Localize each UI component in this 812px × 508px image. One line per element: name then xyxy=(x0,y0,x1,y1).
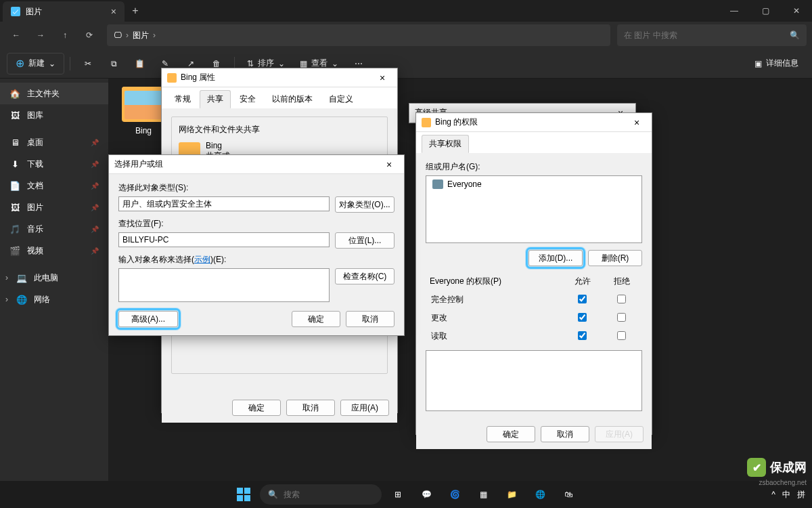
cancel-button[interactable]: 取消 xyxy=(286,400,335,416)
sidebar-item-music[interactable]: 🎵音乐📌 xyxy=(0,218,108,240)
svg-rect-3 xyxy=(244,495,250,501)
tab-sharing[interactable]: 共享 xyxy=(200,90,231,108)
share-name: Bing xyxy=(206,141,230,150)
users-listbox[interactable]: Everyone xyxy=(426,175,642,243)
cancel-button[interactable]: 取消 xyxy=(346,311,394,327)
paste-button[interactable]: 📋 xyxy=(127,53,152,75)
sidebar-item-pictures[interactable]: 🖼图片📌 xyxy=(0,196,108,218)
pin-icon: 📌 xyxy=(91,139,99,146)
system-tray[interactable]: ^ 中 拼 xyxy=(771,489,805,501)
start-button[interactable] xyxy=(231,482,256,507)
chevron-right-icon: › xyxy=(153,30,156,40)
pin-icon: 📌 xyxy=(91,247,99,255)
read-deny-checkbox[interactable] xyxy=(617,331,626,340)
tab-share-permissions[interactable]: 共享权限 xyxy=(422,135,469,153)
apply-button[interactable]: 应用(A) xyxy=(340,400,389,416)
sidebar-item-gallery[interactable]: 🖼图库 xyxy=(0,104,108,126)
chevron-down-icon: ⌄ xyxy=(49,59,55,68)
permissions-listbox[interactable] xyxy=(426,350,642,411)
copy-button[interactable]: ⧉ xyxy=(102,53,126,75)
taskbar-search[interactable]: 🔍 xyxy=(260,484,382,505)
taskbar-app[interactable]: 🌀 xyxy=(443,482,467,507)
task-view-button[interactable]: ⊞ xyxy=(386,482,410,507)
sidebar-item-desktop[interactable]: 🖥桌面📌 xyxy=(0,131,108,153)
object-type-label: 选择此对象类型(S): xyxy=(118,182,394,194)
close-tab-icon[interactable]: × xyxy=(111,6,116,17)
sidebar-item-this-pc[interactable]: ›💻此电脑 xyxy=(0,267,108,289)
details-pane-button[interactable]: ▣ 详细信息 xyxy=(748,53,805,75)
tray-chevron-icon[interactable]: ^ xyxy=(771,490,775,499)
sidebar-item-documents[interactable]: 📄文档📌 xyxy=(0,175,108,196)
new-tab-button[interactable]: + xyxy=(125,0,146,22)
sidebar-item-home[interactable]: 🏠主文件夹 xyxy=(0,83,108,104)
tab-custom[interactable]: 自定义 xyxy=(321,90,361,108)
example-link[interactable]: 示例 xyxy=(194,255,210,264)
sidebar-item-network[interactable]: ›🌐网络 xyxy=(0,289,108,310)
change-allow-checkbox[interactable] xyxy=(578,313,587,322)
tab-title: 图片 xyxy=(26,6,42,18)
forward-button[interactable]: → xyxy=(30,24,51,46)
cut-button[interactable]: ✂ xyxy=(76,53,100,75)
permissions-tabs: 共享权限 xyxy=(416,132,652,153)
dialog-titlebar[interactable]: 选择用户或组 × xyxy=(109,155,404,174)
refresh-button[interactable]: ⟳ xyxy=(78,24,100,46)
advanced-button[interactable]: 高级(A)... xyxy=(118,311,178,327)
address-bar[interactable]: 🖵 › 图片 › xyxy=(107,24,610,46)
ok-button[interactable]: 确定 xyxy=(487,426,535,442)
search-input[interactable] xyxy=(624,30,784,40)
read-allow-checkbox[interactable] xyxy=(578,331,587,340)
sidebar-item-downloads[interactable]: ⬇下载📌 xyxy=(0,153,108,175)
taskbar-explorer[interactable]: 📁 xyxy=(499,482,524,507)
location-field xyxy=(118,232,330,247)
new-button[interactable]: ⊕新建⌄ xyxy=(7,53,64,75)
ime-mode[interactable]: 拼 xyxy=(797,489,805,501)
taskbar-search-input[interactable] xyxy=(284,490,385,499)
label: 文档 xyxy=(27,180,43,192)
tab-previous[interactable]: 以前的版本 xyxy=(265,90,320,108)
object-names-textarea[interactable] xyxy=(118,268,330,302)
change-deny-checkbox[interactable] xyxy=(617,313,626,322)
pin-icon: 📌 xyxy=(91,182,99,190)
taskbar-app[interactable]: 💬 xyxy=(414,482,438,507)
minimize-button[interactable]: — xyxy=(719,0,750,22)
full-deny-checkbox[interactable] xyxy=(617,295,626,303)
label: 视频 xyxy=(27,245,43,257)
dialog-titlebar[interactable]: Bing 的权限 × xyxy=(416,113,652,132)
up-button[interactable]: ↑ xyxy=(54,24,76,46)
select-users-dialog: 选择用户或组 × 选择此对象类型(S): 对象类型(O)... 查找位置(F):… xyxy=(108,154,405,336)
locations-button[interactable]: 位置(L)... xyxy=(335,232,394,249)
window-tab[interactable]: 图片 × xyxy=(3,1,125,22)
full-allow-checkbox[interactable] xyxy=(578,295,587,303)
search-box[interactable]: 🔍 xyxy=(617,24,807,46)
check-names-button[interactable]: 检查名称(C) xyxy=(335,268,394,284)
sidebar-item-videos[interactable]: 🎬视频📌 xyxy=(0,240,108,261)
close-icon[interactable]: × xyxy=(627,117,646,128)
taskbar-store[interactable]: 🛍 xyxy=(556,482,581,507)
taskbar-edge[interactable]: 🌐 xyxy=(528,482,552,507)
pictures-icon: 🖼 xyxy=(9,202,20,213)
apply-button[interactable]: 应用(A) xyxy=(595,426,644,442)
tab-general[interactable]: 常规 xyxy=(167,90,198,108)
new-label: 新建 xyxy=(28,58,45,69)
ok-button[interactable]: 确定 xyxy=(232,400,281,416)
cancel-button[interactable]: 取消 xyxy=(541,426,589,442)
dialog-titlebar[interactable]: Bing 属性 × xyxy=(162,68,397,87)
dialog-title: Bing 属性 xyxy=(181,72,215,83)
breadcrumb-item[interactable]: 图片 xyxy=(133,30,149,41)
list-item-everyone[interactable]: Everyone xyxy=(430,178,638,190)
back-button[interactable]: ← xyxy=(5,24,27,46)
close-window-button[interactable]: ✕ xyxy=(781,0,812,22)
add-button[interactable]: 添加(D)... xyxy=(528,250,583,266)
close-icon[interactable]: × xyxy=(380,159,399,170)
taskbar-app[interactable]: ▦ xyxy=(471,482,495,507)
folder-icon xyxy=(167,73,177,83)
ok-button[interactable]: 确定 xyxy=(292,311,340,327)
maximize-button[interactable]: ▢ xyxy=(750,0,781,22)
remove-button[interactable]: 删除(R) xyxy=(588,250,642,266)
close-icon[interactable]: × xyxy=(373,72,392,83)
user-name: Everyone xyxy=(447,179,482,189)
object-types-button[interactable]: 对象类型(O)... xyxy=(335,196,394,213)
details-label: 详细信息 xyxy=(766,58,798,69)
ime-indicator[interactable]: 中 xyxy=(782,489,790,501)
tab-security[interactable]: 安全 xyxy=(232,90,263,108)
